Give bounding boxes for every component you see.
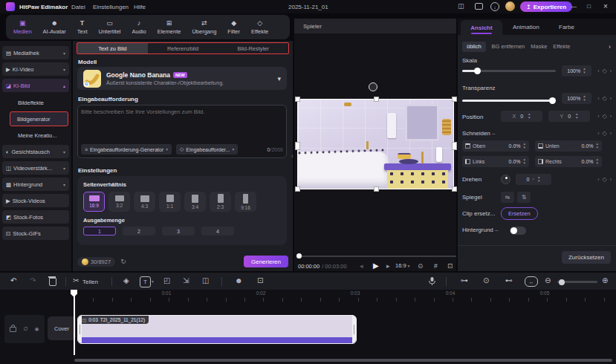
delete-icon[interactable] <box>49 278 56 286</box>
split-label[interactable]: Teilen <box>82 279 98 285</box>
zoom-frame-icon[interactable]: ⊡ <box>257 277 263 285</box>
handle-mid-right[interactable] <box>452 142 457 150</box>
feedback-icon[interactable] <box>475 3 483 10</box>
model-dropdown-icon[interactable]: ▾ <box>277 75 281 82</box>
scale-slider[interactable] <box>462 70 556 72</box>
position-x-box[interactable]: X 0 ▲▼ <box>501 111 542 122</box>
crop-keyframe-controls[interactable]: ‹ ◇ › <box>597 130 612 137</box>
handle-top-right[interactable] <box>452 97 457 102</box>
rotate-keyframe-controls[interactable]: ‹ ◇ › <box>597 176 612 183</box>
unlink-icon[interactable]: ⊷ <box>505 277 513 285</box>
text-tool-button[interactable]: T <box>140 276 151 287</box>
fullscreen-icon[interactable]: ⊡ <box>447 262 453 270</box>
handle-bottom-left[interactable] <box>295 186 300 192</box>
subtab-more-icon[interactable]: › <box>609 43 611 51</box>
tab-audio[interactable]: ♪ Audio <box>132 19 146 35</box>
stepper-icons[interactable]: ▲▼ <box>575 113 578 120</box>
tab-referenzbild[interactable]: Referenzbild <box>148 43 218 53</box>
export-frame-icon[interactable]: ⇲ <box>183 277 189 285</box>
crop-top-field[interactable]: Oben 0.0% ▲▼ <box>462 140 529 152</box>
reset-button[interactable]: Zurücksetzen <box>562 251 611 264</box>
handle-top-left[interactable] <box>295 97 300 102</box>
sidebar-item-stock-gifs[interactable]: ⊡ Stock-GIFs <box>2 227 69 240</box>
ratio-3-4[interactable]: 3:4 <box>184 192 206 212</box>
keyframe-icon[interactable]: ◇ <box>603 130 607 137</box>
refresh-icon[interactable]: ↻ <box>120 258 126 265</box>
qty-3[interactable]: 3 <box>162 227 195 235</box>
keyframe-next-icon[interactable]: › <box>610 177 612 182</box>
sidebar-item-ki-video[interactable]: ▶ KI-Video ▾ <box>2 62 69 76</box>
redo-icon[interactable]: ↷ <box>30 277 36 285</box>
mic-icon[interactable] <box>428 276 436 287</box>
sidebar-item-bildeffekte[interactable]: Bildeffekte <box>0 95 71 110</box>
next-frame-button[interactable]: ▸ <box>386 262 390 270</box>
clip-trim-handle-left[interactable] <box>78 316 82 343</box>
keyframe-next-icon[interactable]: › <box>610 131 612 136</box>
fit-timeline-button[interactable]: ↔ <box>525 276 538 287</box>
text-tool-dropdown-icon[interactable]: ▾ <box>152 279 154 284</box>
sidebar-item-hintergrund[interactable]: ▩ Hintergrund ▾ <box>2 178 69 191</box>
export-button[interactable]: ↥ Exportieren <box>520 1 572 12</box>
tab-filter[interactable]: ◆ Filter <box>227 19 240 35</box>
prev-frame-button[interactable]: ◂ <box>360 262 363 270</box>
ratio-3-2[interactable]: 3:2 <box>108 192 130 212</box>
zoom-slider-knob[interactable] <box>559 279 565 285</box>
stepper-icons[interactable]: ▲▼ <box>596 158 599 165</box>
playhead-line[interactable] <box>74 290 75 355</box>
tab-farbe[interactable]: Farbe <box>559 24 574 30</box>
tab-ai-avatar[interactable]: ☻ AI-Avatar <box>43 19 66 35</box>
keyframe-icon[interactable]: ◇ <box>603 68 607 74</box>
subtab-bg-entfernen[interactable]: BG entfernen <box>492 43 525 50</box>
tab-text[interactable]: T Text <box>77 19 88 35</box>
tab-untertitel[interactable]: ▭ Untertitel <box>99 19 121 35</box>
maximize-button[interactable]: □ <box>587 3 591 10</box>
mute-track-icon[interactable]: ∅ <box>23 326 27 332</box>
prompt-input[interactable] <box>80 107 285 140</box>
keyframe-icon[interactable]: ◇ <box>603 95 607 102</box>
opacity-keyframe-controls[interactable]: ‹ ◇ › <box>597 95 612 102</box>
sidebar-item-bildgenerator[interactable]: Bildgenerator <box>10 111 68 126</box>
play-button[interactable]: ▶ <box>373 261 379 270</box>
zoom-out-icon[interactable]: ⊖ <box>545 277 551 285</box>
qty-1[interactable]: 1 <box>83 227 116 235</box>
avatar[interactable] <box>505 1 515 11</box>
magnet-icon[interactable]: ⊙ <box>483 277 489 285</box>
tab-effekte[interactable]: ◇ Effekte <box>251 19 268 35</box>
ratio-9-16[interactable]: 9:16 <box>235 192 256 212</box>
keyframe-icon[interactable]: ◇ <box>603 176 607 183</box>
panel-collapse-icon[interactable]: ‹ <box>291 152 294 160</box>
sidebar-item-ki-bild[interactable]: ◪ KI-Bild ▴ <box>2 79 69 92</box>
tab-uebergang[interactable]: ⇄ Übergang <box>192 19 216 35</box>
handle-top-mid[interactable] <box>374 97 379 102</box>
clip-trim-handle-right[interactable] <box>352 316 356 343</box>
timeline-scrollbar[interactable] <box>74 359 612 362</box>
crop-bottom-field[interactable]: Unten 0.0% ▲▼ <box>535 140 602 152</box>
timeline-zoom-slider[interactable] <box>557 281 597 283</box>
ratio-1-1[interactable]: 1:1 <box>159 192 181 212</box>
tab-elemente[interactable]: ⊞ Elemente <box>158 19 181 35</box>
sidebar-item-videoverstaerker[interactable]: ◫ Videoverstärk... ▾ <box>2 161 69 175</box>
replace-button[interactable]: Ersetzen <box>501 207 538 220</box>
generate-button[interactable]: Generieren <box>244 256 288 267</box>
link-icon[interactable]: ⊶ <box>461 277 468 285</box>
tab-bild-restyler[interactable]: Bild-Restyler <box>218 43 288 53</box>
keyframe-prev-icon[interactable]: ‹ <box>597 177 599 182</box>
keyframe-next-icon[interactable]: › <box>610 114 612 119</box>
crop-left-field[interactable]: Links 0.0% ▲▼ <box>462 156 529 167</box>
hide-track-icon[interactable]: ◉ <box>35 326 39 332</box>
subtab-effekte[interactable]: Effekte <box>553 43 570 50</box>
qty-4[interactable]: 4 <box>201 227 234 235</box>
scale-keyframe-controls[interactable]: ‹ ◇ › <box>597 68 612 74</box>
keyframe-prev-icon[interactable]: ‹ <box>597 131 599 136</box>
timeline-clip[interactable]: ◫ 0:03 T2I_2025_11_21(12) <box>77 315 357 344</box>
position-keyframe-controls[interactable]: ‹ ◇ › <box>597 113 612 120</box>
cover-button[interactable]: Cover <box>48 316 76 340</box>
subtab-ueblich[interactable]: üblich <box>462 42 486 52</box>
close-button[interactable]: × <box>603 2 608 10</box>
menu-hilfe[interactable]: Hilfe <box>134 4 146 10</box>
stepper-icons[interactable]: ▲▼ <box>583 68 586 74</box>
rotate-value-box[interactable]: 0 ° ▲▼ <box>516 174 551 185</box>
grid-icon[interactable]: # <box>434 262 438 270</box>
menu-einstellungen[interactable]: Einstellungen <box>93 4 129 10</box>
sidebar-item-stock-videos[interactable]: ▶ Stock-Videos <box>2 194 69 207</box>
